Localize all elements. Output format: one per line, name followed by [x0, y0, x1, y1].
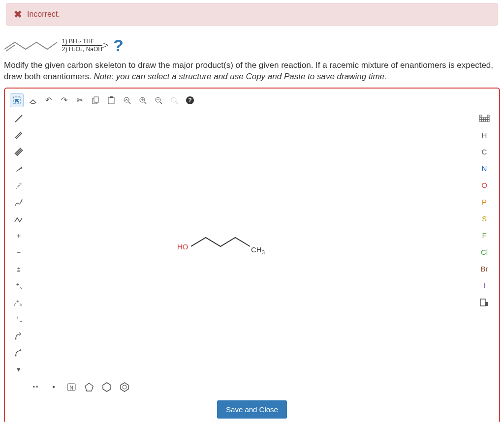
plus-minus-tool[interactable]: ± — [10, 261, 27, 277]
svg-point-60 — [123, 385, 126, 389]
charge-arrow-tool-3[interactable]: + — [10, 311, 27, 328]
molecule-ho-label: HO — [177, 242, 189, 251]
toolbar-top: ↶ ↷ ✂ ? — [9, 92, 495, 108]
toolbar-right: H C N O P S F Cl Br I — [473, 108, 495, 378]
svg-rect-44 — [481, 118, 483, 120]
element-br[interactable]: Br — [474, 261, 494, 277]
svg-rect-45 — [483, 118, 485, 120]
svg-rect-50 — [483, 120, 485, 121]
svg-line-12 — [144, 102, 146, 104]
svg-point-39 — [15, 338, 17, 339]
radical-tool[interactable]: • — [46, 380, 61, 394]
drawing-canvas[interactable]: HO CH3 — [29, 108, 473, 378]
svg-marker-2 — [30, 100, 36, 104]
periodic-table-button[interactable] — [474, 110, 494, 127]
nitrogen-icon-tool[interactable]: N — [64, 380, 79, 394]
redo-button[interactable]: ↷ — [57, 93, 71, 107]
help-button[interactable]: ? — [183, 93, 197, 107]
cyclopentane-tool[interactable] — [82, 380, 96, 394]
alert-incorrect: ✖ Incorrect. — [6, 3, 498, 26]
svg-rect-49 — [481, 120, 483, 121]
svg-rect-48 — [479, 120, 481, 121]
wedge-bond-tool[interactable] — [10, 160, 27, 177]
element-f[interactable]: F — [474, 227, 494, 244]
curved-arrow-tool-1[interactable] — [10, 328, 27, 344]
double-bond-tool[interactable] — [10, 127, 27, 144]
undo-button[interactable]: ↶ — [41, 93, 55, 107]
svg-rect-4 — [94, 97, 98, 102]
select-tool[interactable] — [10, 93, 24, 107]
reaction-scheme: 1) BH₃· THF 2) H₂O₂, NaOH ? — [0, 33, 504, 60]
reaction-line1: 1) BH₃· THF — [62, 38, 102, 45]
template-button[interactable] — [474, 294, 494, 311]
svg-rect-53 — [480, 299, 485, 306]
svg-line-22 — [15, 115, 22, 122]
wavy-bond-tool[interactable] — [10, 194, 27, 211]
element-cl[interactable]: Cl — [474, 244, 494, 261]
element-n[interactable]: N — [474, 160, 494, 177]
save-and-close-button[interactable]: Save and Close — [217, 400, 287, 419]
svg-point-18 — [171, 97, 176, 102]
svg-rect-51 — [485, 120, 487, 121]
molecule-ch3-label: CH3 — [251, 245, 265, 255]
element-i[interactable]: I — [474, 277, 494, 294]
single-bond-tool[interactable] — [10, 110, 27, 127]
svg-rect-47 — [487, 118, 489, 120]
cut-button[interactable]: ✂ — [73, 93, 87, 107]
lone-pair-tool[interactable]: •• — [29, 380, 43, 394]
svg-rect-43 — [479, 118, 481, 120]
charge-arrow-tool-2[interactable]: + — [10, 294, 27, 311]
svg-line-19 — [176, 102, 178, 104]
alert-text: Incorrect. — [27, 10, 60, 19]
svg-line-8 — [128, 102, 130, 104]
svg-rect-6 — [110, 96, 113, 98]
svg-rect-54 — [485, 302, 488, 306]
reaction-line2: 2) H₂O₂, NaOH — [62, 45, 102, 53]
svg-text:N: N — [69, 385, 73, 391]
svg-rect-42 — [487, 115, 489, 117]
triple-bond-tool[interactable] — [10, 144, 27, 160]
curved-arrow-tool-2[interactable] — [10, 344, 27, 361]
benzene-tool[interactable] — [117, 380, 132, 394]
element-c[interactable]: C — [474, 144, 494, 160]
svg-text:?: ? — [188, 97, 191, 104]
svg-rect-41 — [479, 115, 481, 117]
zoom-fit-button[interactable] — [167, 93, 181, 107]
zoom-out-button[interactable] — [152, 93, 165, 107]
svg-text:+: + — [16, 299, 19, 304]
chain-tool[interactable] — [10, 211, 27, 227]
charge-arrow-tool-1[interactable]: + — [10, 277, 27, 294]
product-question-mark: ? — [113, 36, 124, 55]
element-o[interactable]: O — [474, 177, 494, 194]
prompt-note-label: Note: — [94, 72, 116, 81]
element-h[interactable]: H — [474, 127, 494, 144]
more-tools-dropdown[interactable]: ▾ — [10, 361, 27, 378]
save-row: Save and Close — [9, 396, 495, 419]
prompt-note-text: you can select a structure and use Copy … — [116, 72, 387, 81]
increase-charge-tool[interactable]: + — [10, 227, 27, 244]
toolbar-left: + − ± + + + ▾ — [9, 108, 29, 378]
svg-point-40 — [15, 355, 17, 356]
svg-text:+: + — [16, 282, 19, 287]
reaction-conditions: 1) BH₃· THF 2) H₂O₂, NaOH — [62, 38, 102, 53]
copy-button[interactable] — [89, 93, 102, 107]
svg-marker-28 — [15, 166, 22, 172]
element-p[interactable]: P — [474, 194, 494, 211]
element-s[interactable]: S — [474, 211, 494, 227]
arrowhead-icon — [102, 43, 109, 48]
erase-tool[interactable] — [26, 93, 39, 107]
structure-editor: ↶ ↷ ✂ ? — [4, 88, 500, 422]
svg-rect-52 — [487, 120, 489, 121]
svg-rect-46 — [485, 118, 487, 120]
hash-bond-tool[interactable] — [10, 177, 27, 194]
svg-marker-57 — [85, 383, 93, 391]
cyclohexane-tool[interactable] — [99, 380, 114, 394]
toolbar-bottom: •• • N — [9, 378, 495, 396]
drawn-molecule[interactable]: HO CH3 — [191, 234, 265, 260]
svg-marker-58 — [103, 383, 111, 392]
paste-button[interactable] — [104, 93, 118, 107]
zoom-reset-button[interactable] — [120, 93, 134, 107]
decrease-charge-tool[interactable]: − — [10, 244, 27, 261]
svg-marker-1 — [15, 99, 19, 103]
zoom-in-button[interactable] — [136, 93, 150, 107]
